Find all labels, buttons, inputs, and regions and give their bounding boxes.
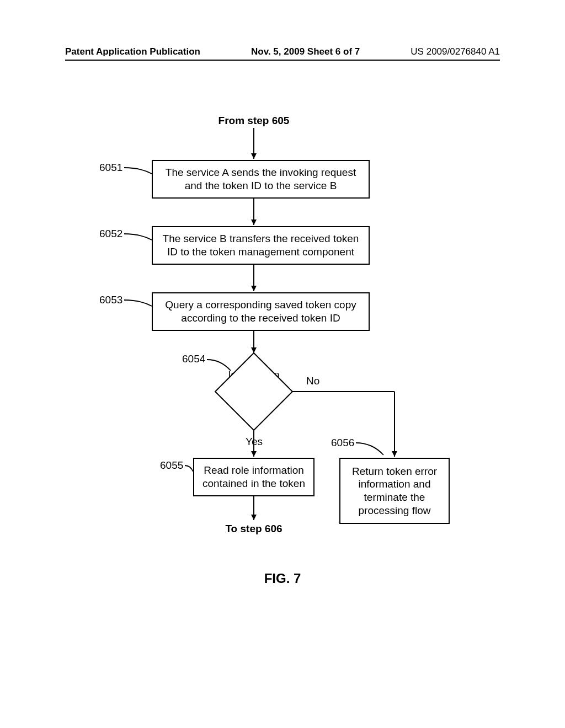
flowchart: From step 605 The service A sends the in…: [0, 0, 565, 728]
svg-marker-4: [215, 353, 292, 430]
flowchart-svg: [0, 0, 565, 728]
